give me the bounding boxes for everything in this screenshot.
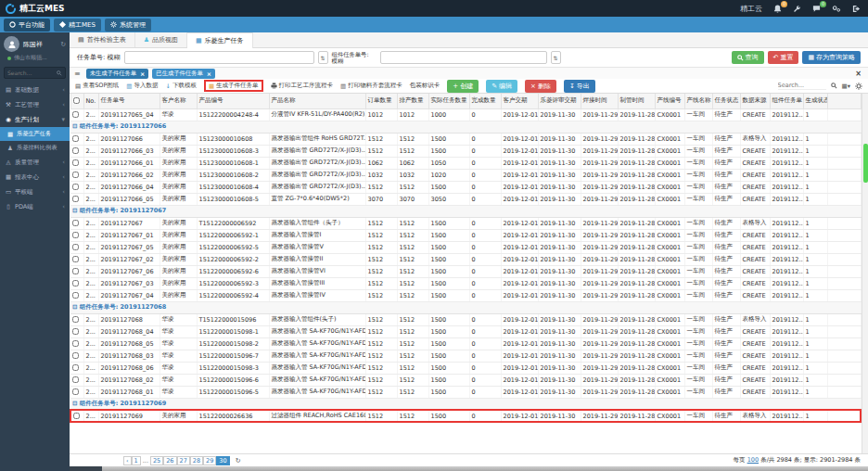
row-checkbox[interactable]: [72, 256, 79, 262]
row-checkbox[interactable]: [72, 135, 79, 142]
sidebar-item-leling-material-ratio[interactable]: ♟乐菱排料比例表: [0, 141, 70, 155]
import-data-button[interactable]: ▥导入数据: [126, 82, 158, 90]
close-icon[interactable]: ×: [207, 70, 211, 77]
column-header-code[interactable]: 产品编号: [197, 94, 269, 108]
group-header-row[interactable]: ⊟ 组件任务单号: 20191127068: [70, 301, 861, 313]
row-checkbox[interactable]: [72, 340, 79, 347]
column-header-line_name[interactable]: 产线名称: [684, 94, 712, 108]
print-material-card-button[interactable]: ▥打印物料齐套流程卡: [340, 82, 402, 90]
column-header-review_due[interactable]: 乐菱评审交期: [538, 94, 581, 108]
sidebar-item-production-plan[interactable]: ◉生产计划▾: [0, 112, 70, 127]
panel-close-icon[interactable]: ×: [855, 70, 863, 78]
table-row[interactable]: 2...20191127065_04华凌15122200004248-4分液管I…: [70, 108, 861, 121]
query-button[interactable]: 查询: [732, 51, 764, 64]
column-header-cb[interactable]: [70, 94, 83, 108]
group-header-row[interactable]: ⊟ 组件任务单号: 20191127066: [70, 121, 861, 133]
row-checkbox[interactable]: [72, 292, 79, 299]
package-label-card-button[interactable]: 包装标识卡: [410, 82, 440, 90]
page-button-30[interactable]: 30: [216, 456, 229, 465]
refresh-icon[interactable]: ↻: [60, 41, 66, 48]
table-search-input[interactable]: [778, 82, 826, 90]
table-row[interactable]: 2...20191127067_03美的家用15122000006592-3蒸发…: [70, 277, 861, 289]
table-row[interactable]: 2...20191127066_05美的家用15123000010608-5直管…: [70, 193, 861, 205]
column-header-status[interactable]: 任务状态: [712, 94, 740, 108]
column-header-cust_due[interactable]: 客户交期: [501, 94, 538, 108]
table-row[interactable]: 2...20191127066_02美的家用15123000010608-2蒸发…: [70, 169, 861, 181]
column-header-line_code[interactable]: 产线编号: [655, 94, 684, 108]
page-button-26[interactable]: 26: [163, 456, 176, 465]
sidebar-item-leling-production-tasks[interactable]: ▦乐菱生产任务: [0, 127, 70, 141]
row-checkbox[interactable]: [73, 413, 80, 419]
wrench-icon[interactable]: [793, 5, 801, 13]
table-row[interactable]: 2...20191127067_06美的家用15122000006592-6蒸发…: [70, 265, 861, 277]
table-row[interactable]: 2...20191127069美的家用15122000026636过滤器组件 R…: [70, 410, 861, 422]
per-page-link[interactable]: 100: [747, 456, 759, 464]
column-header-q1[interactable]: 订单数量: [365, 94, 397, 108]
sidebar-item-tablet[interactable]: ▭平板端‹: [0, 185, 70, 199]
task-order-match-toggle[interactable]: ⇅: [318, 51, 328, 64]
column-header-weld_time[interactable]: 焊接时间: [581, 94, 618, 108]
row-checkbox[interactable]: [72, 388, 79, 395]
row-checkbox[interactable]: [72, 232, 79, 238]
task-order-input[interactable]: [124, 51, 314, 64]
tab-quality-view[interactable]: ♟品质视图: [135, 32, 187, 47]
generate-subtask-button[interactable]: ▦生成子件任务单: [204, 80, 263, 92]
pager-prev-button[interactable]: ‹: [123, 456, 132, 465]
vertical-scrollbar[interactable]: [862, 94, 868, 453]
page-button-28[interactable]: 28: [190, 456, 203, 465]
row-checkbox[interactable]: [72, 184, 79, 190]
row-checkbox[interactable]: [72, 328, 79, 335]
column-header-no[interactable]: No.: [83, 94, 98, 108]
table-row[interactable]: 2...20191127066_04美的家用15123000010608-4蒸发…: [70, 181, 861, 193]
table-row[interactable]: 2...20191127066_03美的家用15123000010608-3蒸发…: [70, 145, 861, 157]
row-checkbox[interactable]: [72, 268, 79, 274]
table-row[interactable]: 2...20191127068华凌T15122000015096蒸发器输入管组件…: [70, 313, 861, 325]
menu-jinggong-mes[interactable]: 精工MES: [54, 19, 101, 32]
row-checkbox[interactable]: [72, 196, 79, 202]
print-process-card-button[interactable]: 打印工艺工序流程卡: [271, 82, 334, 90]
menu-system[interactable]: 系统管理: [105, 19, 151, 32]
table-row[interactable]: 2...20191127068_05华凌15122000015098-2蒸发器输…: [70, 337, 861, 350]
table-row[interactable]: 2...20191127067_02美的家用15122000006592-2蒸发…: [70, 253, 861, 265]
bell-icon[interactable]: 0: [773, 5, 782, 13]
column-header-gen_state[interactable]: 生成状态: [803, 94, 827, 108]
sidebar-search-input[interactable]: [7, 70, 57, 76]
sidebar-item-report-center[interactable]: ▦报表中心‹: [0, 170, 70, 185]
create-button[interactable]: +创建: [447, 80, 479, 93]
column-header-q3[interactable]: 实际任务数量: [428, 94, 469, 108]
collapse-icon[interactable]: ⊟: [72, 207, 80, 214]
tab-first-article-inspection[interactable]: ▤首件检验主表: [70, 32, 135, 47]
row-checkbox[interactable]: [72, 147, 79, 154]
collapse-icon[interactable]: ⊟: [72, 303, 80, 311]
reset-button[interactable]: ↶重置: [768, 51, 799, 64]
sidebar-search[interactable]: [4, 67, 66, 79]
chat-icon[interactable]: 0: [812, 5, 821, 13]
table-row[interactable]: 2...20191127068_01华凌15122000015096-5蒸发器输…: [70, 386, 861, 398]
select-all-checkbox[interactable]: [73, 97, 80, 104]
row-checkbox[interactable]: [72, 172, 79, 178]
download-template-button[interactable]: ↓下载模板: [165, 82, 196, 90]
sidebar-item-basic-data[interactable]: ▤基础数据‹: [0, 83, 70, 97]
cogs-icon[interactable]: [832, 5, 841, 13]
row-checkbox[interactable]: [72, 220, 79, 226]
row-checkbox[interactable]: [72, 316, 79, 323]
pager-refresh-icon[interactable]: ↻: [236, 457, 241, 465]
tab-leling-production-tasks[interactable]: ▦乐菱生产任务: [187, 32, 253, 48]
page-button-27[interactable]: 27: [177, 456, 190, 465]
table-row[interactable]: 2...20191127067_04美的家用15122000006592-4蒸发…: [70, 289, 861, 301]
row-checkbox[interactable]: [72, 364, 79, 371]
close-icon[interactable]: ×: [140, 70, 145, 77]
edit-button[interactable]: ✎编辑: [486, 80, 517, 93]
column-header-tube_time[interactable]: 制管时间: [618, 94, 655, 108]
table-row[interactable]: 2...20191127067_01美的家用15122000006592-1蒸发…: [70, 229, 861, 241]
column-header-done[interactable]: 完成数量: [469, 94, 501, 108]
row-checkbox[interactable]: [72, 352, 79, 359]
row-checkbox[interactable]: [72, 159, 79, 166]
column-header-order[interactable]: 任务单号: [98, 94, 160, 108]
search-icon[interactable]: [831, 83, 837, 89]
menu-platform[interactable]: 平台功能: [4, 19, 50, 32]
logout-icon[interactable]: [852, 5, 861, 13]
view-tab-generated[interactable]: 已生成子件任务单×: [152, 69, 215, 79]
view-tab-not-generated[interactable]: 未生成子件任务单×: [86, 69, 149, 79]
sidebar-item-pda[interactable]: ▯PDA端‹: [0, 199, 70, 214]
